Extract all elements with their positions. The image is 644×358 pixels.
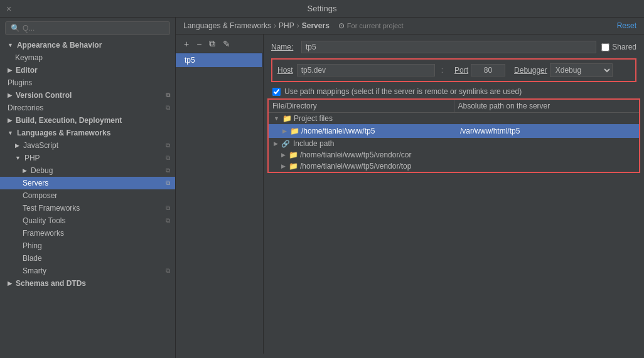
sidebar-item-blade[interactable]: Blade: [0, 252, 175, 265]
sidebar-label: Editor: [16, 66, 38, 75]
sidebar-label: Appearance & Behavior: [17, 41, 102, 50]
sidebar-item-frameworks[interactable]: Frameworks: [0, 227, 175, 240]
tree-arrow-icon: ▶: [282, 128, 287, 134]
toolbar: + − ⧉ ✎: [176, 34, 263, 53]
sidebar-item-servers[interactable]: Servers ⧉: [0, 177, 175, 189]
name-row: Name: Shared: [271, 41, 636, 53]
path-abs-col: /var/www/html/tp5: [458, 127, 635, 135]
window-title: Settings: [308, 4, 337, 13]
sidebar-item-plugins[interactable]: Plugins: [0, 76, 175, 89]
path-file-col: ▶ 📁 /home/tianlei/www/tp5/vendor/cor: [281, 150, 458, 159]
sidebar-item-appearance[interactable]: ▼ Appearance & Behavior: [0, 39, 175, 51]
file-directory-header: File/Directory: [269, 100, 454, 112]
reset-link[interactable]: Reset: [617, 21, 636, 30]
remove-server-button[interactable]: −: [193, 38, 205, 50]
sidebar-label: Frameworks: [23, 229, 64, 238]
path-row-include-path[interactable]: ▶ 🔗 Include path: [269, 138, 639, 149]
sidebar-label: Servers: [23, 179, 48, 187]
sidebar-item-javascript[interactable]: ▶ JavaScript ⧉: [0, 139, 175, 152]
sidebar-item-keymap[interactable]: Keymap: [0, 51, 175, 64]
path-mappings-box: File/Directory Absolute path on the serv…: [267, 98, 640, 173]
content-area: Languages & Frameworks › PHP › Servers ⊙…: [176, 18, 644, 358]
sidebar-label: PHP: [24, 154, 40, 162]
tree-arrow-icon: ▶: [281, 152, 286, 158]
external-icon: ⧉: [166, 154, 170, 162]
debugger-section: Debugger Xdebug Zend Debugger: [514, 63, 613, 77]
external-icon: ⧉: [166, 142, 170, 149]
path-file-label: /home/tianlei/www/tp5/vendor/top: [300, 162, 411, 171]
sidebar-item-test-frameworks[interactable]: Test Frameworks ⧉: [0, 202, 175, 214]
sidebar-item-version-control[interactable]: ▶ Version Control ⧉: [0, 89, 175, 102]
name-label-text: Name:: [271, 43, 293, 51]
sidebar-item-phing[interactable]: Phing: [0, 240, 175, 252]
arrow-icon: ▶: [8, 117, 12, 124]
breadcrumb: Languages & Frameworks › PHP › Servers ⊙…: [176, 18, 644, 34]
server-tab-tp5[interactable]: tp5: [176, 53, 263, 67]
title-bar: × Settings: [0, 0, 644, 18]
external-icon: ⧉: [166, 204, 170, 212]
port-label: Port: [454, 66, 468, 75]
sidebar-item-directories[interactable]: Directories ⧉: [0, 102, 175, 114]
path-row-tp5-root[interactable]: ▶ 📁 /home/tianlei/www/tp5 /var/www/html/…: [269, 124, 639, 138]
tree-arrow-icon: ▼: [274, 115, 279, 122]
tree-arrow-icon: ▶: [274, 140, 278, 147]
server-config-panel: Name: Shared Host : Port: [264, 34, 644, 354]
external-icon: ⧉: [166, 179, 170, 187]
close-button[interactable]: ×: [6, 4, 11, 14]
search-box[interactable]: 🔍: [5, 21, 170, 35]
arrow-icon: ▼: [8, 130, 13, 136]
external-icon: ⧉: [166, 167, 170, 174]
path-row-vendor-top[interactable]: ▶ 📁 /home/tianlei/www/tp5/vendor/top: [269, 161, 639, 172]
shared-checkbox[interactable]: [601, 43, 609, 51]
sidebar-item-smarty[interactable]: Smarty ⧉: [0, 265, 175, 277]
sidebar-label: JavaScript: [23, 141, 58, 150]
form-name-row: Name: Shared Host : Port: [264, 34, 644, 98]
sidebar-label: Blade: [23, 254, 42, 263]
search-input[interactable]: [23, 24, 164, 33]
arrow-icon: ▶: [8, 280, 12, 287]
folder-icon: 📁: [282, 114, 292, 123]
server-list-panel: + − ⧉ ✎ tp5: [176, 34, 264, 354]
path-row-vendor-cor[interactable]: ▶ 📁 /home/tianlei/www/tp5/vendor/cor: [269, 149, 639, 161]
path-file-col: ▶ 📁 /home/tianlei/www/tp5/vendor/top: [281, 162, 458, 171]
search-icon: 🔍: [11, 24, 20, 33]
host-input[interactable]: [297, 64, 435, 76]
folder-icon: 📁: [289, 162, 298, 171]
add-server-button[interactable]: +: [181, 38, 192, 50]
sidebar-label: Build, Execution, Deployment: [16, 116, 122, 125]
sidebar-item-editor[interactable]: ▶ Editor: [0, 64, 175, 76]
path-row-project-files[interactable]: ▼ 📁 Project files: [269, 113, 639, 124]
copy-server-button[interactable]: ⧉: [206, 37, 218, 50]
arrow-icon: ▼: [15, 155, 21, 161]
sidebar-item-composer[interactable]: Composer: [0, 189, 175, 202]
folder-icon: 📁: [290, 127, 299, 135]
path-file-col: ▼ 📁 Project files: [274, 114, 454, 123]
host-section: Host : Port Debugger Xdebug Zend Debugge…: [271, 58, 636, 82]
port-input[interactable]: [471, 64, 505, 76]
colon-sep: :: [441, 66, 443, 75]
sidebar-item-quality-tools[interactable]: Quality Tools ⧉: [0, 214, 175, 227]
debugger-select[interactable]: Xdebug Zend Debugger: [550, 63, 613, 77]
content-body: + − ⧉ ✎ tp5 Name: Shared: [176, 34, 644, 354]
path-file-col: ▶ 📁 /home/tianlei/www/tp5: [282, 127, 458, 135]
path-mappings-checkbox[interactable]: [272, 88, 281, 96]
breadcrumb-actions: Reset: [617, 21, 636, 30]
sidebar-item-schemas[interactable]: ▶ Schemas and DTDs: [0, 277, 175, 290]
sidebar-label: Composer: [23, 191, 57, 200]
sidebar-label: Quality Tools: [23, 216, 65, 225]
sidebar-item-languages[interactable]: ▼ Languages & Frameworks: [0, 127, 175, 139]
edit-server-button[interactable]: ✎: [220, 38, 233, 50]
path-table-header: File/Directory Absolute path on the serv…: [269, 100, 639, 113]
breadcrumb-sep: ›: [297, 21, 299, 30]
sidebar-item-debug[interactable]: ▶ Debug ⧉: [0, 164, 175, 177]
arrow-icon: ▶: [8, 67, 12, 73]
arrow-icon: ▶: [23, 167, 27, 174]
breadcrumb-part-php: PHP: [279, 21, 294, 30]
name-input[interactable]: [301, 41, 596, 53]
path-file-label: Include path: [293, 139, 334, 148]
arrow-icon: ▶: [8, 92, 12, 98]
sidebar-item-build[interactable]: ▶ Build, Execution, Deployment: [0, 114, 175, 127]
external-icon: ⧉: [166, 104, 170, 112]
main-container: 🔍 ▼ Appearance & Behavior Keymap ▶ Edito…: [0, 18, 644, 358]
sidebar-item-php[interactable]: ▼ PHP ⧉: [0, 152, 175, 164]
